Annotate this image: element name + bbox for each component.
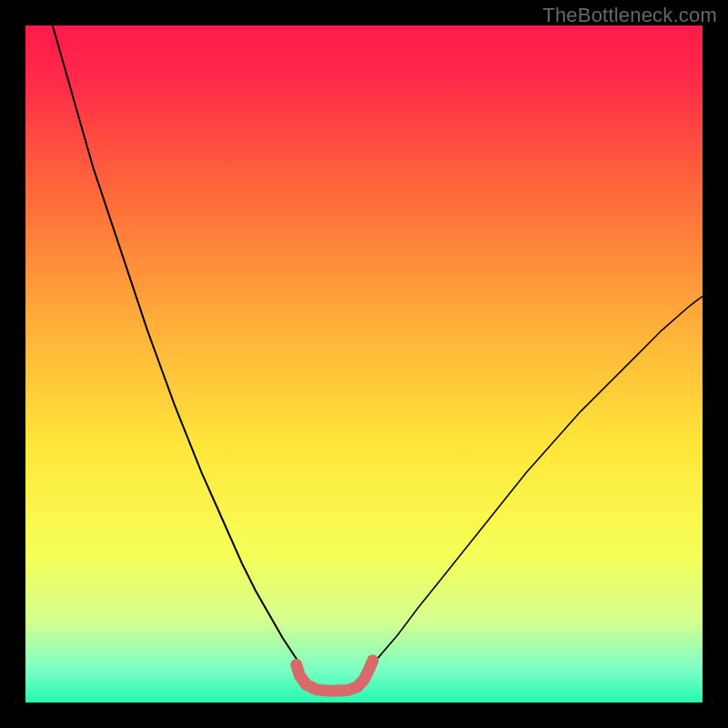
watermark-text: TheBottleneck.com (542, 4, 717, 27)
chart-svg (25, 25, 703, 703)
chart-frame: TheBottleneck.com (0, 0, 728, 728)
chart-background-gradient (25, 25, 703, 703)
chart-plot-area (25, 25, 703, 703)
